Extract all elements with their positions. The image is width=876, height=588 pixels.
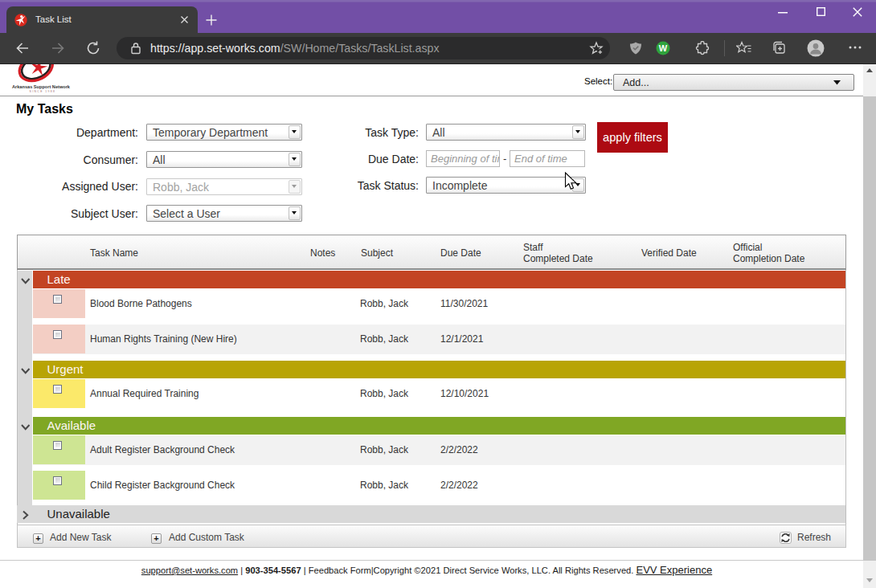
svg-text:Arkansas Support Network: Arkansas Support Network [12,84,71,89]
svg-text:SINCE 1988: SINCE 1988 [30,90,56,93]
svg-text:W: W [659,43,668,53]
